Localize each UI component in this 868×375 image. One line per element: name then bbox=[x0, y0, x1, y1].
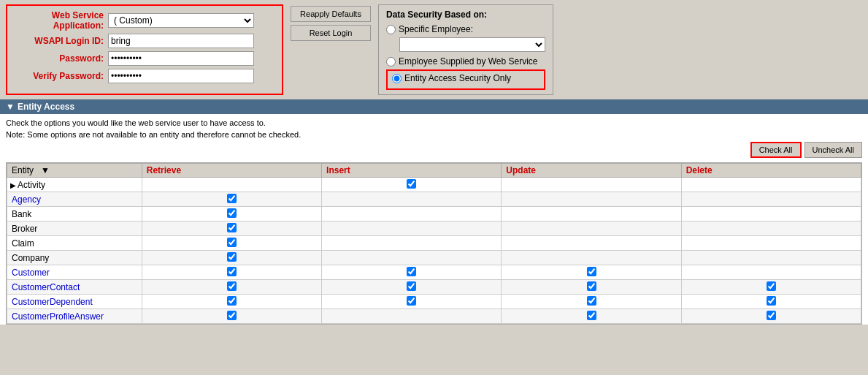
entity-name-cell[interactable]: Customer bbox=[7, 265, 142, 280]
delete-cell[interactable] bbox=[681, 280, 861, 295]
entity-name-cell[interactable]: CustomerProfileAnswer bbox=[7, 309, 142, 324]
insert-cell[interactable] bbox=[322, 265, 502, 280]
employee-ws-radio[interactable] bbox=[386, 57, 396, 67]
update-cell[interactable] bbox=[502, 207, 681, 221]
retrieve-checkbox[interactable] bbox=[227, 238, 237, 247]
table-row: Claim bbox=[7, 236, 861, 251]
delete-cell[interactable] bbox=[681, 309, 861, 324]
retrieve-checkbox[interactable] bbox=[227, 252, 237, 262]
specific-employee-radio[interactable] bbox=[386, 25, 396, 34]
update-cell[interactable] bbox=[502, 178, 681, 192]
update-cell[interactable] bbox=[502, 221, 681, 236]
password-input[interactable] bbox=[108, 51, 254, 66]
retrieve-cell[interactable] bbox=[142, 265, 321, 280]
retrieve-checkbox[interactable] bbox=[227, 281, 237, 291]
entity-name-cell[interactable]: Agency bbox=[7, 192, 142, 207]
insert-cell[interactable] bbox=[322, 309, 502, 324]
delete-checkbox[interactable] bbox=[767, 281, 776, 291]
entity-name-cell[interactable]: Company bbox=[7, 251, 142, 265]
delete-cell[interactable] bbox=[681, 251, 861, 265]
delete-cell[interactable] bbox=[681, 178, 861, 192]
table-row: CustomerProfileAnswer bbox=[7, 309, 861, 324]
insert-cell[interactable] bbox=[322, 207, 502, 221]
update-cell[interactable] bbox=[502, 280, 681, 295]
update-cell[interactable] bbox=[502, 251, 681, 265]
insert-cell[interactable] bbox=[322, 280, 502, 295]
entity-name-cell[interactable]: ▶Activity bbox=[7, 178, 142, 192]
table-row: Broker bbox=[7, 221, 861, 236]
note1: Check the options you would like the web… bbox=[6, 118, 862, 127]
col-header-delete: Delete bbox=[681, 164, 861, 178]
action-buttons: Reapply Defaults Reset Login bbox=[291, 4, 371, 95]
uncheck-all-button[interactable]: Uncheck All bbox=[804, 142, 862, 158]
update-checkbox[interactable] bbox=[587, 281, 596, 291]
entity-name-cell[interactable]: Broker bbox=[7, 221, 142, 236]
entity-name-cell[interactable]: Bank bbox=[7, 207, 142, 221]
insert-cell[interactable] bbox=[322, 221, 502, 236]
entity-access-title: Entity Access bbox=[18, 102, 74, 112]
retrieve-checkbox[interactable] bbox=[227, 311, 237, 320]
insert-cell[interactable] bbox=[322, 295, 502, 309]
insert-cell[interactable] bbox=[322, 178, 502, 192]
retrieve-cell[interactable] bbox=[142, 309, 321, 324]
retrieve-checkbox[interactable] bbox=[227, 223, 237, 232]
retrieve-cell[interactable] bbox=[142, 221, 321, 236]
entity-name-cell[interactable]: Claim bbox=[7, 236, 142, 251]
insert-checkbox[interactable] bbox=[407, 179, 416, 189]
delete-cell[interactable] bbox=[681, 295, 861, 309]
sort-icon[interactable]: ▼ bbox=[41, 165, 50, 175]
delete-checkbox[interactable] bbox=[767, 311, 776, 320]
entity-name-cell[interactable]: CustomerContact bbox=[7, 280, 142, 295]
insert-cell[interactable] bbox=[322, 192, 502, 207]
entity-name-cell[interactable]: CustomerDependent bbox=[7, 295, 142, 309]
entity-access-radio[interactable] bbox=[392, 74, 402, 83]
reset-login-button[interactable]: Reset Login bbox=[291, 25, 371, 41]
collapse-icon[interactable]: ▼ bbox=[6, 102, 15, 112]
insert-checkbox[interactable] bbox=[407, 267, 416, 276]
specific-employee-select[interactable] bbox=[399, 37, 545, 52]
col-header-entity: Entity ▼ bbox=[7, 164, 142, 178]
update-cell[interactable] bbox=[502, 265, 681, 280]
retrieve-cell[interactable] bbox=[142, 236, 321, 251]
wsapi-input[interactable] bbox=[108, 34, 254, 48]
data-security-panel: Data Security Based on: Specific Employe… bbox=[378, 4, 553, 95]
update-cell[interactable] bbox=[502, 295, 681, 309]
web-service-select[interactable]: ( Custom) bbox=[108, 13, 254, 28]
delete-cell[interactable] bbox=[681, 207, 861, 221]
insert-cell[interactable] bbox=[322, 251, 502, 265]
update-checkbox[interactable] bbox=[587, 311, 596, 320]
insert-cell[interactable] bbox=[322, 236, 502, 251]
verify-password-label: Verify Password: bbox=[13, 71, 108, 81]
retrieve-cell[interactable] bbox=[142, 192, 321, 207]
table-row: Company bbox=[7, 251, 861, 265]
retrieve-cell[interactable] bbox=[142, 207, 321, 221]
retrieve-checkbox[interactable] bbox=[227, 296, 237, 306]
insert-checkbox[interactable] bbox=[407, 296, 416, 306]
update-cell[interactable] bbox=[502, 236, 681, 251]
specific-employee-label: Specific Employee: bbox=[399, 24, 473, 34]
delete-cell[interactable] bbox=[681, 192, 861, 207]
retrieve-cell[interactable] bbox=[142, 178, 321, 192]
delete-cell[interactable] bbox=[681, 221, 861, 236]
data-security-title: Data Security Based on: bbox=[386, 10, 545, 20]
retrieve-cell[interactable] bbox=[142, 251, 321, 265]
delete-cell[interactable] bbox=[681, 236, 861, 251]
retrieve-checkbox[interactable] bbox=[227, 194, 237, 203]
update-checkbox[interactable] bbox=[587, 267, 596, 276]
reapply-defaults-button[interactable]: Reapply Defaults bbox=[291, 6, 371, 22]
check-all-button[interactable]: Check All bbox=[750, 142, 802, 158]
col-header-insert: Insert bbox=[322, 164, 502, 178]
row-arrow-icon: ▶ bbox=[10, 181, 16, 189]
insert-checkbox[interactable] bbox=[407, 281, 416, 291]
delete-checkbox[interactable] bbox=[767, 296, 776, 306]
retrieve-cell[interactable] bbox=[142, 280, 321, 295]
update-cell[interactable] bbox=[502, 192, 681, 207]
retrieve-checkbox[interactable] bbox=[227, 208, 237, 218]
retrieve-checkbox[interactable] bbox=[227, 267, 237, 276]
update-cell[interactable] bbox=[502, 309, 681, 324]
update-checkbox[interactable] bbox=[587, 296, 596, 306]
entity-access-header: ▼ Entity Access bbox=[0, 99, 868, 114]
verify-password-input[interactable] bbox=[108, 69, 254, 83]
retrieve-cell[interactable] bbox=[142, 295, 321, 309]
delete-cell[interactable] bbox=[681, 265, 861, 280]
